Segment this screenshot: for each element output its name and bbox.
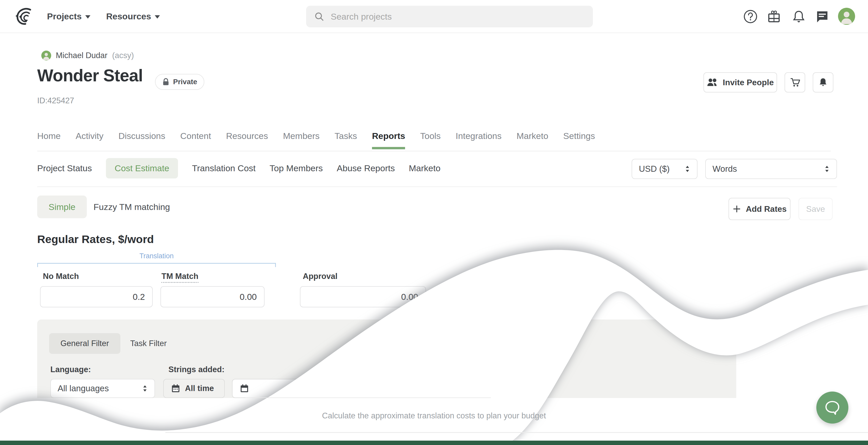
project-notifications-button[interactable] — [813, 72, 833, 92]
projects-menu-label: Projects — [47, 11, 82, 22]
footer-green-bar — [0, 441, 868, 445]
filter-panel: General Filter Task Filter Language: Str… — [37, 319, 736, 398]
resources-menu[interactable]: Resources — [106, 0, 160, 33]
results-divider — [165, 432, 868, 433]
people-icon — [707, 78, 718, 87]
tab-tasks[interactable]: Tasks — [335, 121, 357, 151]
save-button[interactable]: Save — [799, 198, 833, 220]
project-id: ID:425427 — [37, 96, 74, 105]
invite-people-label: Invite People — [723, 78, 774, 87]
subtab-marketo[interactable]: Marketo — [409, 158, 440, 179]
chevron-down-icon — [155, 15, 160, 19]
language-select[interactable]: All languages — [51, 379, 155, 398]
results-hint-text: Calculate the approximate translation co… — [0, 411, 868, 420]
search-icon — [314, 11, 324, 22]
owner-avatar[interactable] — [41, 51, 51, 60]
select-arrows-icon — [685, 165, 690, 173]
subtabs-divider — [37, 187, 837, 187]
tab-tools[interactable]: Tools — [420, 121, 440, 151]
gift-icon[interactable] — [766, 9, 782, 24]
support-chat-button[interactable] — [816, 391, 848, 423]
approval-input[interactable] — [300, 286, 426, 307]
translation-group-label: Translation — [37, 252, 276, 260]
mode-simple[interactable]: Simple — [37, 195, 87, 218]
results-top-border — [245, 398, 491, 398]
tab-marketo[interactable]: Marketo — [517, 121, 549, 151]
tab-resources[interactable]: Resources — [226, 121, 268, 151]
bell-filled-icon — [817, 77, 829, 88]
lock-icon — [162, 78, 169, 86]
top-bar: Projects Resources — [0, 0, 868, 33]
strings-added-button[interactable]: All time — [163, 379, 225, 398]
search-input[interactable] — [331, 12, 585, 22]
tab-general-filter[interactable]: General Filter — [49, 333, 120, 354]
unit-select[interactable]: Words — [705, 159, 837, 179]
strings-added-label: Strings added: — [168, 365, 224, 374]
owner-handle: (acsy) — [112, 51, 134, 60]
approval-label: Approval — [303, 272, 337, 281]
rates-heading: Regular Rates, $/word — [37, 233, 154, 246]
translation-group-bracket — [37, 263, 276, 267]
strings-added-value: All time — [185, 384, 214, 393]
tab-home[interactable]: Home — [37, 121, 61, 151]
language-value: All languages — [58, 384, 109, 393]
tab-members[interactable]: Members — [283, 121, 319, 151]
plus-icon — [733, 204, 741, 213]
tab-activity[interactable]: Activity — [76, 121, 103, 151]
help-icon[interactable] — [743, 9, 758, 24]
chat-bubble-icon — [824, 400, 840, 415]
cart-button[interactable] — [784, 72, 805, 92]
add-rates-label: Add Rates — [746, 204, 786, 214]
invite-people-button[interactable]: Invite People — [704, 72, 777, 92]
projects-menu[interactable]: Projects — [47, 0, 90, 33]
privacy-badge: Private — [155, 74, 204, 90]
currency-select[interactable]: USD ($) — [632, 159, 698, 179]
crowdin-logo-icon[interactable] — [14, 7, 34, 26]
calendar-icon — [240, 384, 249, 393]
messages-icon[interactable] — [814, 9, 830, 24]
cart-icon — [789, 77, 801, 88]
owner-name[interactable]: Michael Dudar — [56, 51, 107, 60]
page-title: Wonder Steal — [37, 66, 143, 85]
tab-reports[interactable]: Reports — [372, 121, 405, 151]
resources-menu-label: Resources — [106, 11, 151, 22]
tab-settings[interactable]: Settings — [563, 121, 595, 151]
privacy-badge-label: Private — [173, 78, 197, 86]
tm-match-input[interactable] — [160, 286, 265, 307]
select-arrows-icon — [824, 165, 830, 173]
subtab-cost-estimate[interactable]: Cost Estimate — [106, 158, 178, 179]
subtab-abuse-reports[interactable]: Abuse Reports — [337, 158, 395, 179]
language-label: Language: — [51, 365, 91, 374]
subtab-translation-cost[interactable]: Translation Cost — [192, 158, 255, 179]
user-avatar[interactable] — [838, 8, 855, 25]
tab-task-filter[interactable]: Task Filter — [130, 333, 167, 354]
mode-fuzzy-tm[interactable]: Fuzzy TM matching — [94, 195, 170, 218]
project-tabs: Home Activity Discussions Content Resour… — [37, 121, 831, 151]
select-arrows-icon — [142, 385, 148, 392]
tab-discussions[interactable]: Discussions — [118, 121, 165, 151]
currency-value: USD ($) — [639, 164, 670, 174]
tab-content[interactable]: Content — [180, 121, 211, 151]
subtab-top-members[interactable]: Top Members — [270, 158, 323, 179]
chevron-down-icon — [85, 15, 90, 19]
subtab-project-status[interactable]: Project Status — [37, 158, 92, 179]
tab-integrations[interactable]: Integrations — [456, 121, 502, 151]
no-match-label: No Match — [43, 272, 79, 281]
breadcrumb: Michael Dudar (acsy) — [41, 51, 134, 60]
report-subtabs: Project Status Cost Estimate Translation… — [37, 158, 440, 179]
tm-match-label: TM Match — [161, 272, 198, 283]
calendar-icon — [171, 384, 180, 393]
unit-value: Words — [712, 164, 737, 174]
search-box[interactable] — [306, 6, 593, 27]
no-match-input[interactable] — [40, 286, 153, 307]
date-range-button[interactable] — [232, 379, 299, 398]
notifications-bell-icon[interactable] — [791, 9, 807, 24]
add-rates-button[interactable]: Add Rates — [728, 198, 790, 220]
